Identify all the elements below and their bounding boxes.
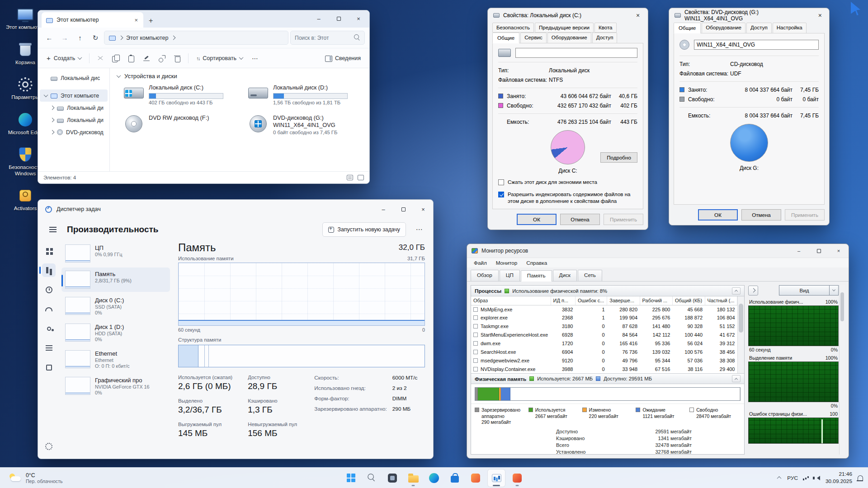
up-button[interactable]: ↑ bbox=[73, 31, 87, 45]
chevron-icon[interactable] bbox=[50, 130, 55, 135]
search-icon[interactable] bbox=[354, 34, 360, 41]
chevron-icon[interactable] bbox=[50, 118, 55, 122]
ok-button[interactable]: ОК bbox=[517, 214, 557, 225]
close-button[interactable]: × bbox=[413, 200, 433, 219]
run-new-task-button[interactable]: Запустить новую задачу bbox=[322, 222, 406, 237]
minimize-button[interactable]: – bbox=[373, 200, 393, 219]
explorer-button[interactable] bbox=[404, 469, 422, 487]
title-bar[interactable]: Свойства: DVD-дисковод (G:) WIN11_X64_4I… bbox=[669, 8, 829, 23]
tab[interactable]: Безопасность bbox=[492, 23, 534, 33]
apply-button[interactable]: Применить bbox=[785, 209, 825, 221]
paste-button[interactable] bbox=[124, 51, 138, 66]
process-checkbox[interactable] bbox=[473, 341, 478, 346]
process-checkbox[interactable] bbox=[473, 324, 478, 328]
more-options-icon[interactable]: ⋯ bbox=[412, 225, 426, 234]
maximize-button[interactable] bbox=[811, 245, 827, 256]
sidebar-item[interactable]: Локальный дис bbox=[40, 72, 108, 84]
perf-item[interactable]: ЦП 0% 0,99 ГГц bbox=[61, 241, 170, 266]
index-option[interactable]: Разрешить индексировать содержимое файло… bbox=[498, 191, 637, 205]
compress-checkbox[interactable] bbox=[498, 179, 504, 185]
process-row[interactable]: explorer.exe 2368 1 199 904 295 676 188 … bbox=[471, 314, 737, 322]
network-button[interactable] bbox=[803, 475, 809, 480]
create-button[interactable]: +Создать bbox=[42, 52, 85, 64]
scrollbar[interactable] bbox=[839, 285, 845, 455]
chevron-icon[interactable] bbox=[44, 93, 48, 97]
tab[interactable]: Сеть bbox=[578, 270, 602, 281]
chevron-icon[interactable] bbox=[50, 106, 55, 110]
physical-memory-section-header[interactable]: Физическая память Используется: 2667 МБ … bbox=[471, 373, 744, 384]
view-dropdown-button[interactable] bbox=[830, 285, 839, 296]
column-header[interactable]: Образ bbox=[471, 296, 551, 305]
task-manager-button[interactable] bbox=[487, 469, 505, 487]
notifications-button[interactable] bbox=[857, 475, 863, 480]
copy-button[interactable] bbox=[108, 51, 123, 66]
tab[interactable]: Сервис bbox=[520, 33, 547, 43]
tab[interactable]: Квота bbox=[594, 23, 617, 33]
tray-overflow-button[interactable] bbox=[776, 476, 782, 479]
perf-item[interactable]: Ethernet Ethernet О: 0 П: 0 кбит/с bbox=[61, 347, 170, 372]
minimize-button[interactable]: – bbox=[791, 245, 807, 256]
minimize-button[interactable]: – bbox=[309, 10, 329, 27]
process-checkbox[interactable] bbox=[473, 367, 478, 371]
index-checkbox[interactable] bbox=[498, 192, 504, 197]
menu-item[interactable]: Справка bbox=[522, 259, 551, 267]
clock[interactable]: 21:46 30.09.2025 bbox=[826, 471, 852, 485]
cut-button[interactable] bbox=[93, 51, 108, 66]
process-checkbox[interactable] bbox=[473, 358, 478, 363]
tab[interactable]: Оборудование bbox=[702, 23, 745, 33]
view-button[interactable]: Вид bbox=[779, 285, 830, 296]
menu-item[interactable]: Файл bbox=[470, 259, 491, 267]
photos-button[interactable] bbox=[467, 469, 485, 487]
nav-app-history-icon[interactable] bbox=[42, 283, 56, 296]
drive-item[interactable]: Локальный диск (D:) 1,56 ТБ свободно из … bbox=[248, 84, 365, 105]
tab[interactable]: Общие bbox=[674, 23, 701, 33]
search-box[interactable]: Поиск в: Этот bbox=[290, 31, 365, 45]
store-button[interactable] bbox=[446, 469, 464, 487]
sidebar-item[interactable]: DVD-дисковод bbox=[40, 126, 108, 138]
maximize-button[interactable] bbox=[393, 200, 413, 219]
drive-item[interactable]: DVD RW дисковод (F:) bbox=[123, 114, 241, 135]
process-checkbox[interactable] bbox=[473, 307, 478, 312]
ok-button[interactable]: ОК bbox=[698, 209, 738, 221]
delete-button[interactable] bbox=[170, 51, 184, 66]
process-row[interactable]: MsMpEng.exe 3832 1 280 820 225 800 45 66… bbox=[471, 305, 737, 314]
drive-item[interactable]: Локальный диск (C:) 402 ГБ свободно из 4… bbox=[123, 84, 241, 105]
refresh-button[interactable]: ↻ bbox=[89, 31, 102, 45]
compress-option[interactable]: Сжать этот диск для экономии места bbox=[498, 179, 637, 186]
share-button[interactable] bbox=[155, 51, 169, 66]
perf-item[interactable]: Память 2,8/31,7 ГБ (9%) bbox=[61, 267, 170, 292]
volume-label-input[interactable] bbox=[694, 40, 819, 50]
new-tab-button[interactable]: + bbox=[143, 17, 158, 28]
edge-button[interactable] bbox=[425, 469, 443, 487]
devices-section-header[interactable]: Устройства и диски bbox=[117, 73, 365, 80]
nav-details-icon[interactable] bbox=[42, 341, 56, 355]
tab[interactable]: Диск bbox=[553, 270, 577, 281]
nav-users-icon[interactable] bbox=[42, 322, 56, 335]
explorer-tab[interactable]: Этот компьютер × bbox=[42, 12, 143, 28]
apply-button[interactable]: Применить bbox=[604, 214, 643, 225]
nav-performance-icon[interactable] bbox=[42, 263, 56, 277]
thumbnail-view-icon[interactable] bbox=[358, 175, 364, 180]
tab[interactable]: Доступ bbox=[592, 33, 618, 43]
tab[interactable]: Настройка bbox=[773, 23, 807, 33]
close-button[interactable]: × bbox=[830, 245, 847, 256]
forward-button[interactable]: → bbox=[58, 31, 71, 45]
process-checkbox[interactable] bbox=[473, 315, 478, 320]
address-bar[interactable]: Этот компьютер bbox=[104, 31, 288, 45]
start-button[interactable] bbox=[342, 469, 360, 487]
menu-icon[interactable] bbox=[45, 222, 61, 237]
nav-processes-icon[interactable] bbox=[42, 244, 56, 258]
title-bar[interactable]: Свойства: Локальный диск (C:) × bbox=[488, 8, 648, 23]
weather-widget[interactable]: 0°C Пер. облачность bbox=[5, 471, 67, 485]
collapse-button[interactable] bbox=[732, 375, 741, 382]
scrollbar-thumb[interactable] bbox=[739, 304, 743, 333]
sidebar-item[interactable]: Этот компьюте bbox=[40, 89, 108, 102]
details-button[interactable]: Подробно bbox=[600, 152, 637, 163]
drive-item[interactable]: DVD-дисковод (G:) WIN11_X64_4IN1_OVG 0 б… bbox=[248, 114, 365, 135]
sidebar-item[interactable]: Локальный ди bbox=[40, 102, 108, 114]
sidebar-item[interactable]: Локальный ди bbox=[40, 114, 108, 126]
volume-label-input[interactable] bbox=[515, 48, 637, 58]
nav-services-icon[interactable] bbox=[42, 361, 56, 374]
column-header[interactable]: ИД п... bbox=[551, 296, 575, 305]
column-header[interactable]: Общий (КБ) bbox=[672, 296, 705, 305]
